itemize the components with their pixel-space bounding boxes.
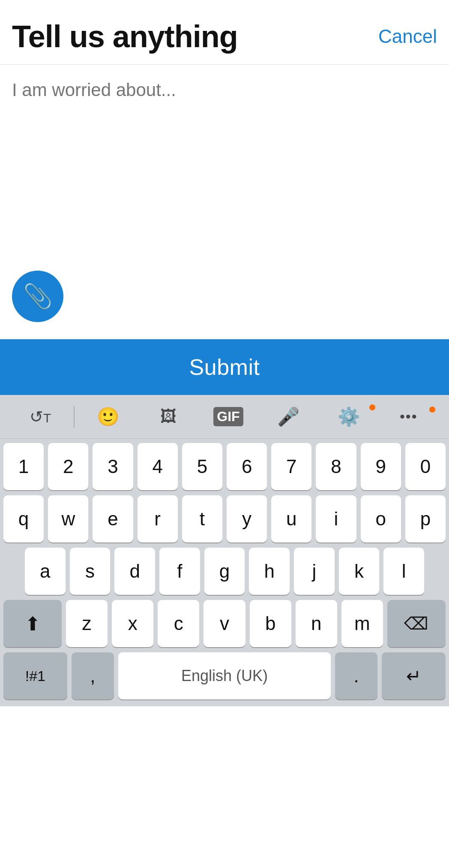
key-e[interactable]: e xyxy=(93,495,133,542)
key-9[interactable]: 9 xyxy=(361,443,401,490)
sticker-icon: 🖼 xyxy=(160,407,177,426)
key-8[interactable]: 8 xyxy=(316,443,356,490)
keyboard-toolbar: ↺T 🙂 🖼 GIF 🎤 ⚙️ ••• xyxy=(0,395,449,439)
key-6[interactable]: 6 xyxy=(227,443,267,490)
delete-icon: ⌫ xyxy=(404,614,428,633)
attachment-button[interactable]: 📎 xyxy=(12,271,63,322)
key-f[interactable]: f xyxy=(159,548,200,595)
key-d[interactable]: d xyxy=(114,548,155,595)
sticker-button[interactable]: 🖼 xyxy=(138,404,198,429)
toolbar-divider xyxy=(74,406,75,428)
key-a[interactable]: a xyxy=(25,548,66,595)
spacebar-label: English (UK) xyxy=(181,667,268,685)
key-y[interactable]: y xyxy=(227,495,267,542)
emoji-button[interactable]: 🙂 xyxy=(78,403,138,431)
more-button[interactable]: ••• xyxy=(379,405,439,428)
key-c[interactable]: c xyxy=(158,600,199,647)
key-1[interactable]: 1 xyxy=(3,443,44,490)
comma-button[interactable]: , xyxy=(72,652,114,699)
period-button[interactable]: . xyxy=(335,652,377,699)
keyboard: ↺T 🙂 🖼 GIF 🎤 ⚙️ ••• 1 2 3 4 5 6 7 8 xyxy=(0,395,449,706)
textarea-section: 📎 xyxy=(0,65,449,339)
key-x[interactable]: x xyxy=(112,600,153,647)
key-b[interactable]: b xyxy=(250,600,291,647)
cancel-button[interactable]: Cancel xyxy=(378,26,437,47)
key-z[interactable]: z xyxy=(66,600,108,647)
key-q[interactable]: q xyxy=(3,495,44,542)
shift-button[interactable]: ⬆ xyxy=(3,600,62,647)
paperclip-icon: 📎 xyxy=(23,284,53,308)
settings-button[interactable]: ⚙️ xyxy=(318,403,378,431)
gif-button[interactable]: GIF xyxy=(198,404,258,430)
microphone-icon: 🎤 xyxy=(277,406,299,427)
comma-label: , xyxy=(90,665,95,687)
qwerty-row: q w e r t y u i o p xyxy=(0,493,449,545)
key-i[interactable]: i xyxy=(316,495,356,542)
key-v[interactable]: v xyxy=(204,600,245,647)
translate-button[interactable]: ↺T xyxy=(10,404,70,430)
shift-icon: ⬆ xyxy=(25,613,41,635)
page-title: Tell us anything xyxy=(12,19,238,54)
key-h[interactable]: h xyxy=(249,548,290,595)
key-m[interactable]: m xyxy=(341,600,383,647)
key-0[interactable]: 0 xyxy=(405,443,446,490)
number-row: 1 2 3 4 5 6 7 8 9 0 xyxy=(0,439,449,493)
settings-notification-dot xyxy=(369,404,375,410)
symbols-label: !#1 xyxy=(25,668,45,684)
key-p[interactable]: p xyxy=(405,495,446,542)
spacebar-button[interactable]: English (UK) xyxy=(118,652,331,699)
gif-icon: GIF xyxy=(213,407,243,426)
settings-icon: ⚙️ xyxy=(338,406,360,427)
key-l[interactable]: l xyxy=(383,548,424,595)
return-button[interactable]: ↵ xyxy=(382,652,446,699)
microphone-button[interactable]: 🎤 xyxy=(258,403,318,431)
return-icon: ↵ xyxy=(406,666,421,687)
asdf-row: a s d f g h j k l xyxy=(0,545,449,597)
key-u[interactable]: u xyxy=(271,495,311,542)
more-icon: ••• xyxy=(400,408,418,425)
period-label: . xyxy=(353,665,359,687)
key-k[interactable]: k xyxy=(339,548,380,595)
key-n[interactable]: n xyxy=(296,600,337,647)
key-3[interactable]: 3 xyxy=(93,443,133,490)
key-j[interactable]: j xyxy=(294,548,335,595)
zxcv-row: ⬆ z x c v b n m ⌫ xyxy=(0,597,449,650)
bottom-row: !#1 , English (UK) . ↵ xyxy=(0,650,449,706)
key-s[interactable]: s xyxy=(70,548,111,595)
symbols-button[interactable]: !#1 xyxy=(3,652,67,699)
key-5[interactable]: 5 xyxy=(182,443,222,490)
message-input[interactable] xyxy=(12,78,437,339)
delete-button[interactable]: ⌫ xyxy=(387,600,446,647)
key-g[interactable]: g xyxy=(204,548,245,595)
translate-icon: ↺T xyxy=(30,407,51,426)
key-7[interactable]: 7 xyxy=(271,443,311,490)
key-2[interactable]: 2 xyxy=(48,443,88,490)
more-notification-dot xyxy=(429,407,435,413)
submit-button[interactable]: Submit xyxy=(0,339,449,395)
key-4[interactable]: 4 xyxy=(138,443,178,490)
key-t[interactable]: t xyxy=(182,495,222,542)
submit-label: Submit xyxy=(189,354,260,380)
key-o[interactable]: o xyxy=(361,495,401,542)
key-w[interactable]: w xyxy=(48,495,88,542)
emoji-icon: 🙂 xyxy=(97,406,119,427)
key-r[interactable]: r xyxy=(138,495,178,542)
header: Tell us anything Cancel xyxy=(0,0,449,65)
